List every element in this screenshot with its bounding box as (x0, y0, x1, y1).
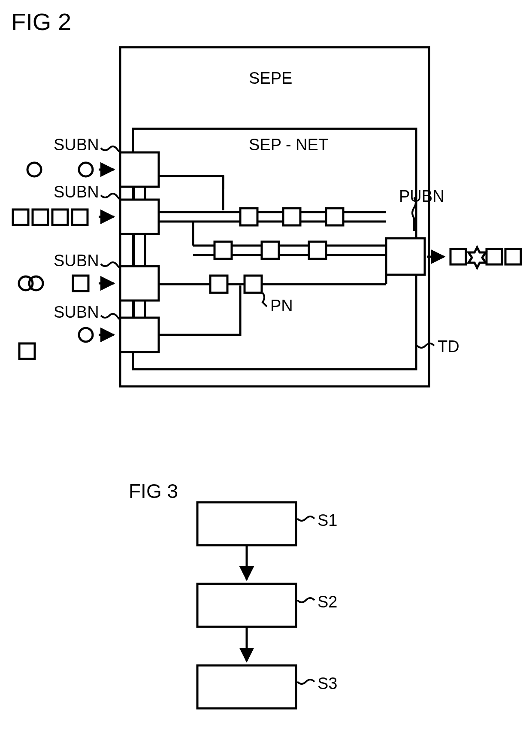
sepe-label: SEPE (249, 69, 292, 87)
subn2-label-g: SUBN (54, 183, 120, 201)
subn-node-3 (120, 266, 159, 301)
svg-rect-17 (19, 343, 35, 359)
pn-row-mid (215, 242, 326, 259)
svg-rect-34 (505, 249, 521, 264)
svg-rect-2 (120, 266, 159, 301)
svg-rect-24 (240, 208, 257, 225)
svg-rect-16 (73, 276, 88, 291)
subn3-label: SUBN (54, 252, 99, 270)
subn4-label: SUBN (54, 303, 99, 321)
input3-shapes (19, 276, 88, 291)
s2-leader (297, 598, 314, 602)
input1-shape-circle2 (79, 163, 93, 176)
svg-rect-31 (245, 276, 262, 293)
input1-shape-circle (27, 163, 41, 176)
sepnet-label: SEP - NET (249, 136, 328, 154)
s2-label: S2 (317, 593, 337, 611)
pn-label: PN (270, 297, 293, 315)
output-shapes (450, 247, 532, 268)
svg-rect-12 (52, 209, 68, 225)
svg-rect-1 (120, 200, 159, 234)
td-label: TD (438, 337, 459, 355)
input2-squares (13, 209, 88, 225)
fig2-title: FIG 2 (11, 8, 71, 35)
svg-rect-30 (210, 276, 227, 293)
svg-rect-33 (487, 249, 502, 264)
svg-rect-25 (283, 208, 300, 225)
s3-leader (297, 680, 314, 684)
subn-node-2 (120, 200, 159, 234)
subn2-label: SUBN (54, 183, 99, 201)
pn-leader (263, 293, 267, 307)
pn-row-top (240, 208, 343, 225)
s1-box (197, 502, 296, 545)
svg-rect-29 (309, 242, 326, 259)
svg-rect-28 (262, 242, 279, 259)
svg-rect-0 (120, 152, 159, 187)
pubn-label: PUBN (399, 187, 444, 205)
svg-rect-32 (450, 249, 466, 264)
subn-node-1 (120, 152, 159, 187)
input4-shapes (19, 328, 93, 359)
fig3-title: FIG 3 (129, 480, 178, 502)
svg-rect-26 (326, 208, 343, 225)
subn-node-4 (120, 318, 159, 352)
svg-rect-13 (72, 209, 88, 225)
svg-rect-27 (215, 242, 232, 259)
svg-rect-11 (33, 209, 48, 225)
svg-rect-10 (13, 209, 28, 225)
svg-point-15 (29, 276, 43, 290)
diagram-root: FIG 2 SEPE SEP - NET PUBN TD SUBN SUBN (0, 0, 532, 756)
td-leader (417, 343, 434, 348)
s1-label: S1 (317, 511, 337, 529)
s2-box (197, 584, 296, 627)
subn1-label: SUBN (54, 136, 99, 154)
subn1-label-g: SUBN (54, 136, 120, 154)
svg-point-18 (79, 328, 93, 342)
s3-box (197, 665, 296, 708)
pubn-node (386, 238, 425, 275)
subn4-label-g: SUBN (54, 303, 120, 321)
svg-rect-3 (120, 318, 159, 352)
subn3-label-g: SUBN (54, 252, 120, 270)
s3-label: S3 (317, 674, 337, 692)
s1-leader (297, 516, 314, 521)
